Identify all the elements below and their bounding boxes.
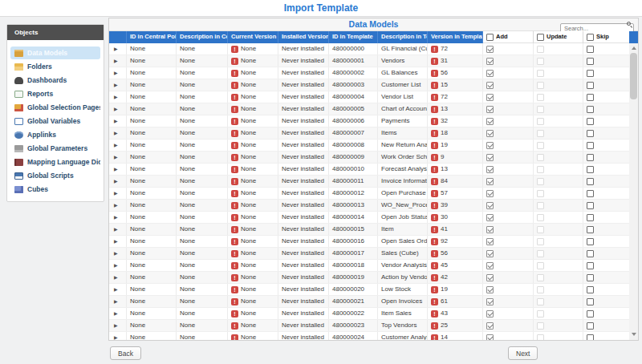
next-button[interactable]: Next <box>508 346 538 360</box>
expand-row-icon[interactable]: ▶ <box>114 91 118 103</box>
add-checkbox[interactable] <box>486 130 494 137</box>
skip-checkbox[interactable] <box>587 334 594 341</box>
expand-row-icon[interactable]: ▶ <box>114 164 118 175</box>
skip-checkbox[interactable] <box>587 58 594 65</box>
add-checkbox[interactable] <box>486 142 494 149</box>
skip-checkbox[interactable] <box>587 322 594 330</box>
sidebar-item-dashboards[interactable]: Dashboards <box>10 74 100 87</box>
add-checkbox[interactable] <box>486 322 494 330</box>
sidebar-item-global-selection-pages[interactable]: Global Selection Pages <box>10 101 100 114</box>
skip-checkbox[interactable] <box>587 94 594 101</box>
sidebar-item-mapping-language-dictionaries[interactable]: Mapping Language Dictionaries <box>10 156 100 168</box>
expand-row-icon[interactable]: ▶ <box>114 332 118 340</box>
expand-row-icon[interactable]: ▶ <box>114 248 118 259</box>
expand-row-icon[interactable]: ▶ <box>114 200 118 211</box>
expand-row-icon[interactable]: ▶ <box>114 140 118 151</box>
expand-row-icon[interactable]: ▶ <box>114 176 118 187</box>
skip-checkbox[interactable] <box>587 190 594 197</box>
back-button[interactable]: Back <box>110 346 141 360</box>
skip-checkbox[interactable] <box>587 262 594 269</box>
sidebar-item-folders[interactable]: Folders <box>10 60 100 73</box>
expand-row-icon[interactable]: ▶ <box>114 43 118 55</box>
add-checkbox[interactable] <box>486 226 494 233</box>
vertical-scrollbar[interactable] <box>629 31 638 340</box>
skip-checkbox[interactable] <box>587 298 594 305</box>
add-checkbox[interactable] <box>486 202 494 209</box>
column-header-version-in-template[interactable]: Version in Template <box>428 31 483 43</box>
expand-row-icon[interactable]: ▶ <box>114 55 118 67</box>
sidebar-item-global-scripts[interactable]: Global Scripts <box>10 169 100 182</box>
add-checkbox[interactable] <box>486 214 494 221</box>
expand-row-icon[interactable]: ▶ <box>114 308 118 319</box>
skip-checkbox[interactable] <box>587 118 594 125</box>
column-header-description-in-tem-[interactable]: Description in Tem... <box>378 31 428 43</box>
column-header-id-in-template[interactable]: ID in Template <box>329 31 378 43</box>
sidebar-item-data-models[interactable]: Data Models <box>10 47 100 59</box>
expand-row-icon[interactable]: ▶ <box>114 67 118 79</box>
column-header-expand[interactable] <box>109 31 127 43</box>
skip-checkbox[interactable] <box>587 178 594 185</box>
add-checkbox[interactable] <box>486 70 494 77</box>
add-checkbox[interactable] <box>486 310 494 317</box>
column-header-update[interactable]: Update <box>534 31 583 43</box>
expand-row-icon[interactable]: ▶ <box>114 152 118 163</box>
sidebar-item-cubes[interactable]: Cubes <box>10 183 100 196</box>
skip-checkbox[interactable] <box>587 310 594 317</box>
skip-checkbox[interactable] <box>587 166 594 173</box>
add-checkbox[interactable] <box>486 298 494 305</box>
column-header-installed-version-in-[interactable]: Installed Version in ... <box>278 31 329 43</box>
skip-checkbox[interactable] <box>587 142 594 149</box>
column-header-add[interactable]: Add <box>483 31 534 43</box>
expand-row-icon[interactable]: ▶ <box>114 127 118 139</box>
scroll-up-button[interactable] <box>629 43 638 52</box>
skip-checkbox[interactable] <box>587 226 594 233</box>
skip-checkbox[interactable] <box>587 202 594 209</box>
skip-checkbox[interactable] <box>587 238 594 245</box>
add-checkbox[interactable] <box>486 250 494 257</box>
scroll-down-button[interactable] <box>629 330 638 338</box>
sidebar-item-reports[interactable]: Reports <box>10 87 100 100</box>
expand-row-icon[interactable]: ▶ <box>114 236 118 247</box>
skip-checkbox[interactable] <box>587 154 594 161</box>
add-select-all-checkbox[interactable] <box>486 34 494 41</box>
add-checkbox[interactable] <box>486 334 494 341</box>
expand-row-icon[interactable]: ▶ <box>114 320 118 331</box>
skip-checkbox[interactable] <box>587 46 594 53</box>
column-header-skip[interactable]: Skip <box>583 31 631 43</box>
search-icon[interactable] <box>627 22 631 26</box>
add-checkbox[interactable] <box>486 82 494 89</box>
add-checkbox[interactable] <box>486 190 494 197</box>
add-checkbox[interactable] <box>486 274 494 281</box>
expand-row-icon[interactable]: ▶ <box>114 79 118 91</box>
expand-row-icon[interactable]: ▶ <box>114 224 118 235</box>
skip-checkbox[interactable] <box>587 82 594 89</box>
expand-row-icon[interactable]: ▶ <box>114 115 118 127</box>
add-checkbox[interactable] <box>486 178 494 185</box>
add-checkbox[interactable] <box>486 262 494 269</box>
update-select-all-checkbox[interactable] <box>537 34 544 41</box>
add-checkbox[interactable] <box>486 58 494 65</box>
column-header-current-version-in-c-[interactable]: Current Version in C... <box>228 31 278 43</box>
expand-row-icon[interactable]: ▶ <box>114 284 118 295</box>
add-checkbox[interactable] <box>486 154 494 161</box>
skip-checkbox[interactable] <box>587 106 594 113</box>
column-header-id-in-central-point[interactable]: ID in Central Point <box>127 31 177 43</box>
add-checkbox[interactable] <box>486 286 494 293</box>
add-checkbox[interactable] <box>486 118 494 125</box>
skip-checkbox[interactable] <box>587 250 594 257</box>
skip-select-all-checkbox[interactable] <box>587 34 594 41</box>
skip-checkbox[interactable] <box>587 274 594 281</box>
column-header-description-in-cent-[interactable]: Description in Cent... <box>177 31 228 43</box>
expand-row-icon[interactable]: ▶ <box>114 296 118 307</box>
skip-checkbox[interactable] <box>587 214 594 221</box>
skip-checkbox[interactable] <box>587 286 594 293</box>
add-checkbox[interactable] <box>486 106 494 113</box>
add-checkbox[interactable] <box>486 166 494 173</box>
expand-row-icon[interactable]: ▶ <box>114 212 118 223</box>
add-checkbox[interactable] <box>486 46 494 53</box>
add-checkbox[interactable] <box>486 238 494 245</box>
sidebar-item-global-parameters[interactable]: Global Parameters <box>10 142 100 155</box>
expand-row-icon[interactable]: ▶ <box>114 188 118 199</box>
skip-checkbox[interactable] <box>587 130 594 137</box>
expand-row-icon[interactable]: ▶ <box>114 260 118 271</box>
